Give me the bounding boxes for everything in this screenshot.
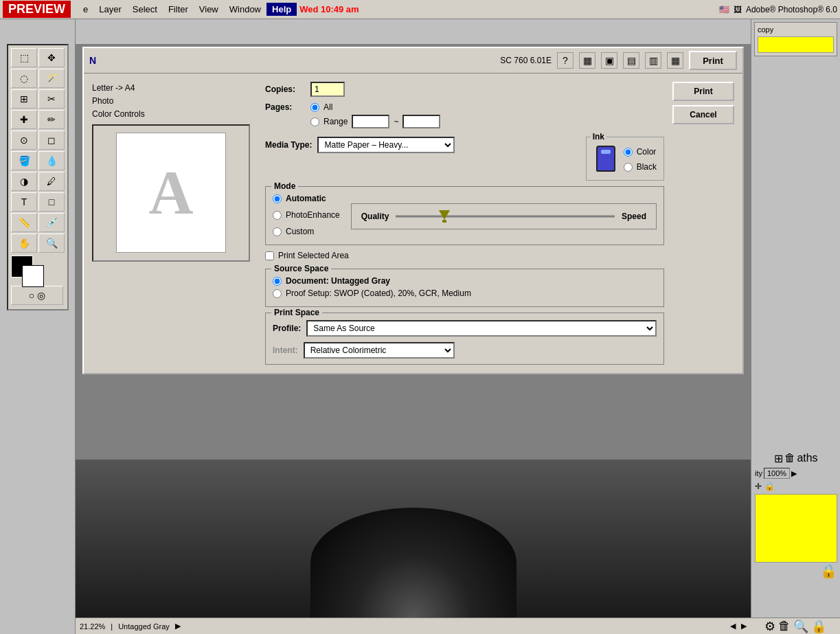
pages-all-radio[interactable]: [310, 103, 319, 112]
opacity-value[interactable]: 100%: [764, 468, 790, 479]
menu-item-view[interactable]: View: [194, 3, 224, 16]
tool-move[interactable]: ✥: [38, 48, 65, 67]
mode-custom-radio[interactable]: [273, 227, 282, 236]
menu-item-filter[interactable]: Filter: [163, 3, 194, 16]
source-doc-radio[interactable]: [273, 277, 282, 286]
icon-layers[interactable]: ⊞: [774, 452, 783, 465]
tool-selection[interactable]: ⬚: [11, 48, 37, 67]
ink-options: Color Black: [624, 147, 657, 174]
help-icon[interactable]: ?: [557, 52, 574, 69]
tool-eraser[interactable]: ◻: [38, 131, 65, 150]
tool-text[interactable]: T: [11, 192, 37, 212]
preview-letter: A: [149, 162, 194, 224]
ink-color-radio[interactable]: [624, 148, 633, 157]
toolbar-icon-5[interactable]: ▦: [667, 52, 683, 69]
ink-black-row: Black: [624, 162, 657, 172]
copies-row: Copies:: [265, 82, 664, 97]
ink-box: Ink Color: [586, 137, 664, 181]
menu-item-e[interactable]: e: [78, 3, 93, 16]
media-label: Media Type:: [265, 140, 312, 150]
tool-row-10: ✋ 🔍: [11, 234, 65, 253]
photoshop-icon: 🖼: [734, 5, 742, 14]
pages-range-label: Range: [323, 117, 348, 126]
copies-input[interactable]: [310, 82, 345, 97]
mode-auto-radio[interactable]: [273, 194, 282, 203]
dialog-toolbar: N SC 760 6.01E ? ▦ ▣ ▤ ▥ ▦ Print: [84, 48, 742, 73]
print-space-section: Print Space Profile: Same As Source sRGB…: [265, 313, 664, 365]
menu-item-layer[interactable]: Layer: [93, 3, 127, 16]
range-from-input[interactable]: [352, 115, 389, 128]
toolbar-icon-4[interactable]: ▥: [645, 52, 661, 69]
pages-range-radio[interactable]: [310, 117, 319, 126]
print-selected-checkbox[interactable]: [265, 251, 274, 260]
tool-measure[interactable]: 📏: [11, 213, 37, 232]
tool-dodge[interactable]: ◑: [11, 172, 37, 191]
opacity-arrow[interactable]: ▶: [791, 469, 797, 478]
icon-paths-label: aths: [797, 452, 817, 465]
slider-thumb[interactable]: [439, 210, 450, 223]
tool-blur[interactable]: 💧: [38, 151, 65, 170]
print-button[interactable]: Print: [672, 82, 734, 101]
preview-info: Letter -> A4 Photo Color Controls: [92, 82, 257, 122]
tool-row-2: ◌ 🪄: [11, 69, 65, 88]
scroll-right-icon[interactable]: ▶: [741, 622, 747, 631]
slider-container[interactable]: [396, 210, 615, 223]
tool-lasso[interactable]: ◌: [11, 69, 37, 88]
tool-zoom[interactable]: 🔍: [38, 234, 65, 253]
menu-item-select[interactable]: Select: [127, 3, 163, 16]
menu-item-help[interactable]: Help: [266, 3, 297, 16]
tool-eyedrop[interactable]: 💉: [38, 213, 65, 232]
cancel-button[interactable]: Cancel: [672, 105, 734, 124]
dialog-n-label: N: [89, 55, 103, 66]
tool-extra[interactable]: ○ ◎: [11, 286, 63, 305]
mode-photo-row: PhotoEnhance: [273, 210, 340, 220]
tool-shape[interactable]: □: [38, 192, 65, 212]
menu-time: Wed 10:49 am: [299, 4, 359, 14]
bottom-icon-3[interactable]: 🔍: [793, 619, 808, 634]
mode-photo-radio[interactable]: [273, 211, 282, 220]
status-play-icon[interactable]: ▶: [175, 622, 181, 631]
tool-magic[interactable]: 🪄: [38, 69, 65, 88]
print-selected-label: Print Selected Area: [278, 251, 349, 260]
bottom-icon-2[interactable]: 🗑: [778, 619, 791, 633]
tool-row-7: ◑ 🖊: [11, 172, 65, 191]
profile-row: Profile: Same As Source sRGB: [273, 320, 657, 337]
tool-pen[interactable]: 🖊: [38, 172, 65, 191]
tool-fill[interactable]: 🪣: [11, 151, 37, 170]
ink-icon: [593, 146, 618, 176]
menu-right: 🇺🇸 🖼 Adobe® Photoshop® 6.0: [719, 5, 837, 14]
preview-paper: A: [116, 133, 226, 253]
tool-heal[interactable]: ✚: [11, 110, 37, 129]
preview-badge: PREVIEW: [3, 1, 71, 18]
icon-channels[interactable]: 🗑: [784, 452, 795, 465]
toolbar-icon-3[interactable]: ▤: [623, 52, 639, 69]
intent-select[interactable]: Relative Colorimetric Perceptual: [304, 342, 455, 359]
toolbar-icon-2[interactable]: ▣: [601, 52, 617, 69]
print-button-top[interactable]: Print: [689, 51, 737, 70]
source-proof-radio[interactable]: [273, 289, 282, 298]
layer-preview-area: [755, 494, 837, 563]
media-select[interactable]: Matte Paper – Heavy... Plain Paper: [317, 137, 455, 153]
background-color[interactable]: [22, 265, 44, 287]
slider-track: [396, 216, 615, 218]
tool-crop[interactable]: ⊞: [11, 89, 37, 109]
tool-slice[interactable]: ✂: [38, 89, 65, 109]
app-name: Adobe® Photoshop® 6.0: [746, 5, 837, 14]
toolbar-icon-1[interactable]: ▦: [579, 52, 595, 69]
menu-item-window[interactable]: Window: [224, 3, 266, 16]
bottom-icon-1[interactable]: ⚙: [764, 619, 775, 634]
tool-pencil[interactable]: ✏: [38, 110, 65, 129]
profile-select[interactable]: Same As Source sRGB: [306, 320, 657, 337]
paper-line1: Letter -> A4: [92, 82, 257, 95]
tool-hand[interactable]: ✋: [11, 234, 37, 253]
ink-black-radio[interactable]: [624, 163, 633, 172]
copy-label: copy: [758, 25, 834, 34]
mode-custom-label: Custom: [286, 227, 314, 236]
range-to-input[interactable]: [402, 115, 440, 128]
bottom-icon-4[interactable]: 🔒: [811, 619, 826, 634]
tool-clone[interactable]: ⊙: [11, 131, 37, 150]
media-ink-row: Media Type: Matte Paper – Heavy... Plain…: [265, 137, 664, 181]
source-proof-label: Proof Setup: SWOP (Coated), 20%, GCR, Me…: [286, 288, 471, 298]
scroll-left-icon[interactable]: ◀: [730, 622, 736, 631]
right-sidebar: copy ⊞ 🗑 aths ity 100% ▶ ✛ 🔒 🔒 ⚙ 🗑 🔍 🔒: [751, 19, 840, 634]
